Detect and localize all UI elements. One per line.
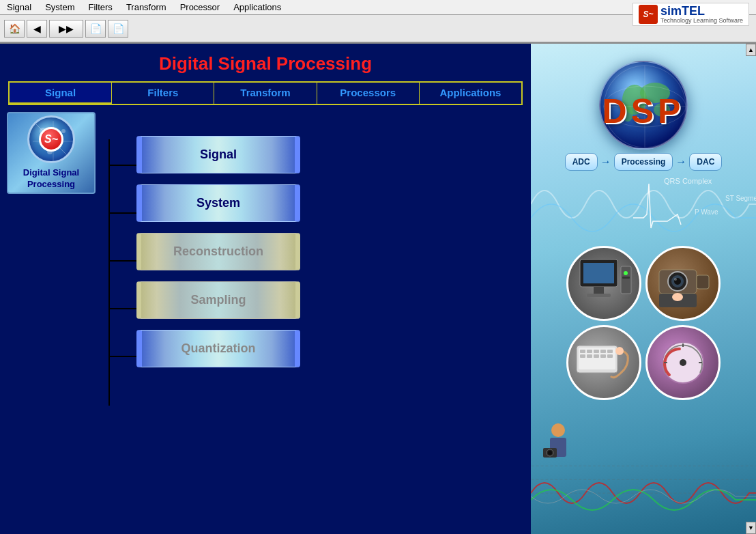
svg-rect-41 [587, 350, 592, 353]
svg-point-4 [61, 129, 66, 133]
tree-container: Signal System Reconstruction Sampling [96, 119, 524, 433]
pipeline-row: ADC → Processing → DAC [531, 153, 756, 171]
menu-system[interactable]: System [38, 1, 81, 14]
circle-computer [566, 246, 641, 321]
svg-rect-29 [622, 277, 630, 279]
circle-gauge [645, 325, 721, 400]
svg-rect-48 [600, 354, 606, 358]
pipeline-arrow-2: → [675, 156, 686, 168]
menu-filters[interactable]: Filters [81, 1, 119, 14]
scroll-down-arrow[interactable]: ▼ [746, 522, 756, 534]
node-sampling[interactable]: Sampling [136, 281, 300, 319]
dsp-text: DSP [602, 92, 685, 131]
node-signal[interactable]: Signal [136, 136, 300, 173]
forward-button[interactable]: ▶▶ [49, 20, 83, 38]
content-area: S~ Digital SignalProcessing [0, 105, 531, 534]
circle-camera [645, 246, 721, 321]
pipeline-arrow-1: → [600, 156, 611, 168]
svg-rect-45 [580, 354, 585, 358]
svg-rect-25 [594, 287, 604, 294]
nodes-container: Signal System Reconstruction Sampling [136, 136, 300, 367]
svg-point-28 [624, 271, 628, 275]
menu-applications[interactable]: Applications [227, 1, 288, 14]
simtel-icon: S~ [639, 5, 658, 24]
page-button-2[interactable]: 📄 [108, 20, 128, 38]
svg-rect-49 [607, 354, 613, 358]
svg-rect-24 [583, 263, 614, 283]
main-layout: Digital Signal Processing Signal Filters… [0, 42, 756, 534]
svg-text:QRS Complex: QRS Complex [664, 177, 712, 185]
back-button[interactable]: ◀ [27, 20, 47, 38]
node-reconstruction[interactable]: Reconstruction [136, 233, 300, 270]
svg-text:P Wave: P Wave [695, 208, 718, 216]
tab-transform[interactable]: Transform [214, 83, 317, 104]
menu-transform[interactable]: Transform [119, 1, 173, 14]
page-button-1[interactable]: 📄 [85, 20, 106, 38]
simtel-text: simTEL Technology Learning Software [660, 5, 743, 24]
svg-point-35 [674, 278, 677, 281]
svg-rect-43 [600, 350, 606, 353]
svg-rect-26 [587, 294, 611, 297]
svg-point-50 [615, 347, 624, 355]
svg-text:ST Segme...: ST Segme... [725, 195, 756, 202]
dsp-icon-circle: S~ [27, 115, 75, 163]
svg-rect-46 [587, 354, 592, 358]
waveform-svg: QRS Complex P Wave ST Segme... [531, 163, 756, 245]
node-system[interactable]: System [136, 184, 300, 222]
camera-figure [538, 422, 579, 479]
svg-rect-31 [697, 275, 709, 289]
pipeline-adc: ADC [565, 153, 598, 171]
svg-rect-44 [607, 350, 613, 353]
svg-point-52 [680, 359, 686, 366]
menu-signal[interactable]: Signal [0, 1, 38, 14]
simtel-name: simTEL [660, 5, 743, 17]
simtel-logo: S~ simTEL Technology Learning Software [633, 3, 749, 26]
svg-point-37 [672, 293, 683, 301]
circles-area [531, 242, 756, 404]
svg-point-60 [548, 451, 552, 455]
circle-keyboard [566, 325, 641, 400]
svg-rect-47 [594, 354, 599, 358]
node-quantization[interactable]: Quantization [136, 330, 300, 367]
page-title: Digital Signal Processing [0, 44, 531, 81]
svg-rect-40 [580, 350, 585, 353]
tab-filters[interactable]: Filters [112, 83, 214, 104]
dsp-icon-box[interactable]: S~ Digital SignalProcessing [7, 112, 96, 194]
tab-bar: Signal Filters Transform Processors Appl… [8, 81, 523, 105]
right-panel: ▲ DSP QRS Complex P W [531, 44, 756, 534]
svg-rect-42 [594, 350, 599, 353]
pipeline-dac: DAC [689, 153, 722, 171]
simtel-red-icon: S~ [39, 127, 63, 152]
tab-signal[interactable]: Signal [10, 83, 112, 104]
tab-processors[interactable]: Processors [317, 83, 420, 104]
svg-rect-27 [621, 266, 631, 294]
pipeline-processing: Processing [614, 153, 673, 171]
svg-point-56 [551, 423, 565, 437]
menu-processor[interactable]: Processor [173, 1, 227, 14]
simtel-subtitle: Technology Learning Software [660, 17, 743, 24]
tab-applications[interactable]: Applications [420, 83, 521, 104]
menubar: Signal System Filters Transform Processo… [0, 0, 756, 15]
dsp-icon-label: Digital SignalProcessing [23, 167, 79, 191]
home-button[interactable]: 🏠 [4, 20, 25, 38]
left-panel: Digital Signal Processing Signal Filters… [0, 44, 531, 534]
scroll-up-arrow[interactable]: ▲ [746, 44, 756, 56]
